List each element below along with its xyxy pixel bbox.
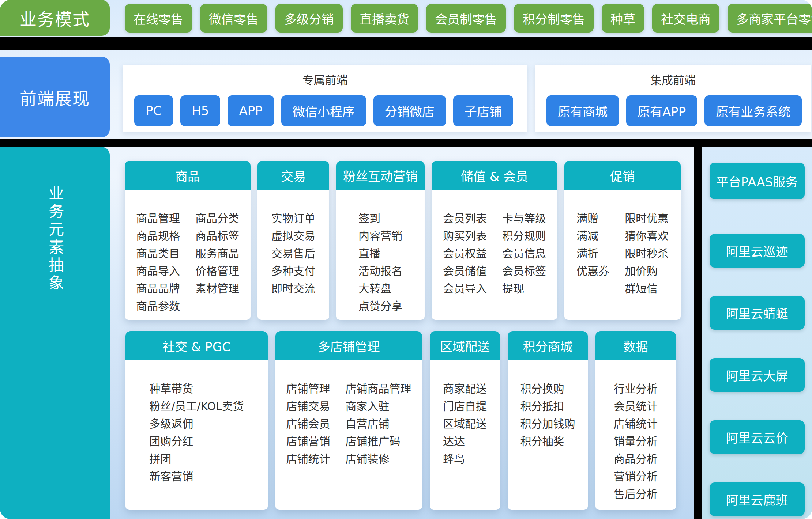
card-item: 会员信息 bbox=[502, 245, 546, 262]
business-model-button[interactable]: 直播卖货 bbox=[351, 4, 418, 33]
card-stored-value-member: 储值 & 会员 会员列表购买列表会员权益会员储值会员导入 卡与等级积分规则会员信… bbox=[432, 161, 557, 320]
paas-button[interactable]: 阿里云巡迹 bbox=[710, 234, 805, 268]
card-item: 商品导入 bbox=[136, 262, 180, 280]
divider-top bbox=[0, 37, 812, 50]
frontend-button[interactable]: 子店铺 bbox=[453, 95, 513, 126]
card-item: 商品规格 bbox=[136, 227, 180, 245]
frontend-button[interactable]: 原有APP bbox=[626, 95, 697, 126]
frontend-button[interactable]: 原有商城 bbox=[546, 95, 619, 126]
business-model-label: 业务模式 bbox=[0, 0, 110, 36]
card-item: 多种支付 bbox=[271, 262, 315, 280]
business-model-button[interactable]: 多商家平台零售 bbox=[728, 4, 812, 33]
integrated-frontend-title: 集成前端 bbox=[535, 71, 811, 87]
card-item: 满折 bbox=[576, 245, 609, 262]
card-item: 团购分红 bbox=[149, 433, 244, 450]
card-item: 自营店铺 bbox=[346, 415, 411, 433]
card-item: 提现 bbox=[502, 280, 546, 298]
card-item: 达达 bbox=[443, 433, 487, 450]
frontend-button[interactable]: 分销微店 bbox=[373, 95, 446, 126]
business-model-button[interactable]: 积分制零售 bbox=[514, 4, 594, 33]
card-points-mall-column-1: 积分换购积分抵扣积分加钱购积分抽奖 bbox=[520, 380, 575, 510]
frontend-button[interactable]: 原有业务系统 bbox=[704, 95, 802, 126]
card-item: 购买列表 bbox=[443, 227, 487, 245]
paas-button[interactable]: 阿里云蜻蜓 bbox=[710, 296, 805, 330]
card-promotion-column-2: 限时优惠猜你喜欢限时秒杀加价购群短信 bbox=[625, 210, 669, 320]
paas-button[interactable]: 阿里云云价 bbox=[710, 420, 805, 454]
card-social-pgc-column-1: 种草带货粉丝/员工/KOL卖货多级返佣团购分红拼团新客营销 bbox=[149, 380, 244, 510]
card-item: 商品参数 bbox=[136, 298, 180, 315]
business-model-button[interactable]: 社交电商 bbox=[652, 4, 719, 33]
card-trade-column-1: 实物订单虚拟交易交易售后多种支付即时交流 bbox=[271, 210, 315, 320]
card-points-mall-title: 积分商城 bbox=[508, 331, 588, 360]
card-item: 会员统计 bbox=[614, 398, 658, 415]
frontend-button[interactable]: PC bbox=[134, 95, 173, 126]
card-goods: 商品 商品管理商品规格商品类目商品导入商品品牌商品参数 商品分类商品标签服务商品… bbox=[125, 161, 251, 320]
business-model-button[interactable]: 微信零售 bbox=[200, 4, 267, 33]
card-item: 加价购 bbox=[625, 262, 669, 280]
cards-row-1: 商品 商品管理商品规格商品类目商品导入商品品牌商品参数 商品分类商品标签服务商品… bbox=[125, 161, 681, 320]
card-stored-value-member-column-1: 会员列表购买列表会员权益会员储值会员导入 bbox=[443, 210, 487, 320]
frontend-button[interactable]: H5 bbox=[180, 95, 220, 126]
card-item: 交易售后 bbox=[271, 245, 315, 262]
card-regional-delivery-body: 商家配送门店自提区域配送达达蜂鸟 bbox=[430, 360, 500, 510]
business-model-button[interactable]: 多级分销 bbox=[275, 4, 343, 33]
frontend-button[interactable]: APP bbox=[228, 95, 274, 126]
paas-header: 平台PAAS服务 bbox=[710, 163, 805, 199]
card-trade: 交易 实物订单虚拟交易交易售后多种支付即时交流 bbox=[257, 161, 329, 320]
card-item: 大转盘 bbox=[358, 280, 402, 298]
card-item: 会员标签 bbox=[502, 262, 546, 280]
divider-vertical bbox=[694, 139, 702, 519]
paas-button[interactable]: 阿里云大屏 bbox=[710, 358, 805, 392]
card-trade-body: 实物订单虚拟交易交易售后多种支付即时交流 bbox=[257, 190, 329, 320]
card-item: 商品类目 bbox=[136, 245, 180, 262]
frontend-label: 前端展现 bbox=[0, 57, 110, 137]
business-elements-section: 业务元素抽象 商品 商品管理商品规格商品类目商品导入商品品牌商品参数 商品分类商… bbox=[0, 147, 812, 519]
card-points-mall: 积分商城 积分换购积分抵扣积分加钱购积分抽奖 bbox=[508, 331, 588, 510]
cards-row-2: 社交 & PGC 种草带货粉丝/员工/KOL卖货多级返佣团购分红拼团新客营销 多… bbox=[125, 331, 676, 510]
card-item: 拼团 bbox=[149, 450, 244, 468]
card-item: 门店自提 bbox=[443, 398, 487, 415]
card-item: 会员导入 bbox=[443, 280, 487, 298]
card-item: 会员储值 bbox=[443, 262, 487, 280]
card-points-mall-body: 积分换购积分抵扣积分加钱购积分抽奖 bbox=[508, 360, 588, 510]
card-data-column-1: 行业分析会员统计店铺统计销量分析商品分析营销分析售后分析 bbox=[614, 380, 658, 510]
card-item: 店铺会员 bbox=[286, 415, 330, 433]
card-item: 优惠券 bbox=[576, 262, 609, 280]
card-item: 实物订单 bbox=[271, 210, 315, 227]
paas-sidebar: 平台PAAS服务 阿里云巡迹阿里云蜻蜓阿里云大屏阿里云云价阿里云鹿班 bbox=[702, 147, 812, 519]
card-item: 商家配送 bbox=[443, 380, 487, 398]
card-item: 商品品牌 bbox=[136, 280, 180, 298]
card-item: 种草带货 bbox=[149, 380, 244, 398]
card-item: 商品管理 bbox=[136, 210, 180, 227]
card-data-body: 行业分析会员统计店铺统计销量分析商品分析营销分析售后分析 bbox=[595, 360, 676, 510]
card-item: 点赞分享 bbox=[358, 298, 402, 315]
card-data-title: 数据 bbox=[595, 331, 676, 360]
card-item: 销量分析 bbox=[614, 433, 658, 450]
card-promotion: 促销 满赠满减满折优惠券 限时优惠猜你喜欢限时秒杀加价购群短信 bbox=[564, 161, 681, 320]
architecture-diagram: 业务模式 在线零售微信零售多级分销直播卖货会员制零售积分制零售种草社交电商多商家… bbox=[0, 0, 812, 519]
card-item: 营销分析 bbox=[614, 468, 658, 485]
card-multi-store-column-2: 店铺商品管理商家入驻自营店铺店铺推广码店铺装修 bbox=[346, 380, 411, 510]
card-trade-title: 交易 bbox=[257, 161, 329, 190]
card-item: 卡与等级 bbox=[502, 210, 546, 227]
card-item: 会员列表 bbox=[443, 210, 487, 227]
dedicated-frontend-title: 专属前端 bbox=[123, 71, 527, 87]
card-fan-marketing-title: 粉丝互动营销 bbox=[336, 161, 425, 190]
card-item: 直播 bbox=[358, 245, 402, 262]
dedicated-frontend-buttons: PCH5APP微信小程序分销微店子店铺 bbox=[134, 95, 517, 126]
card-item: 满减 bbox=[576, 227, 609, 245]
card-item: 店铺管理 bbox=[286, 380, 330, 398]
business-model-button[interactable]: 在线零售 bbox=[125, 4, 192, 33]
card-item: 商家入驻 bbox=[346, 398, 411, 415]
business-model-button[interactable]: 种草 bbox=[602, 4, 644, 33]
card-item: 积分抵扣 bbox=[520, 398, 575, 415]
card-item: 素材管理 bbox=[195, 280, 239, 298]
card-item: 限时优惠 bbox=[625, 210, 669, 227]
card-item: 猜你喜欢 bbox=[625, 227, 669, 245]
paas-button[interactable]: 阿里云鹿班 bbox=[710, 482, 805, 516]
frontend-button[interactable]: 微信小程序 bbox=[281, 95, 366, 126]
card-regional-delivery: 区域配送 商家配送门店自提区域配送达达蜂鸟 bbox=[430, 331, 500, 510]
card-item: 店铺统计 bbox=[614, 415, 658, 433]
business-model-button[interactable]: 会员制零售 bbox=[426, 4, 506, 33]
card-multi-store-body: 店铺管理店铺交易店铺会员店铺营销店铺统计 店铺商品管理商家入驻自营店铺店铺推广码… bbox=[275, 360, 422, 510]
